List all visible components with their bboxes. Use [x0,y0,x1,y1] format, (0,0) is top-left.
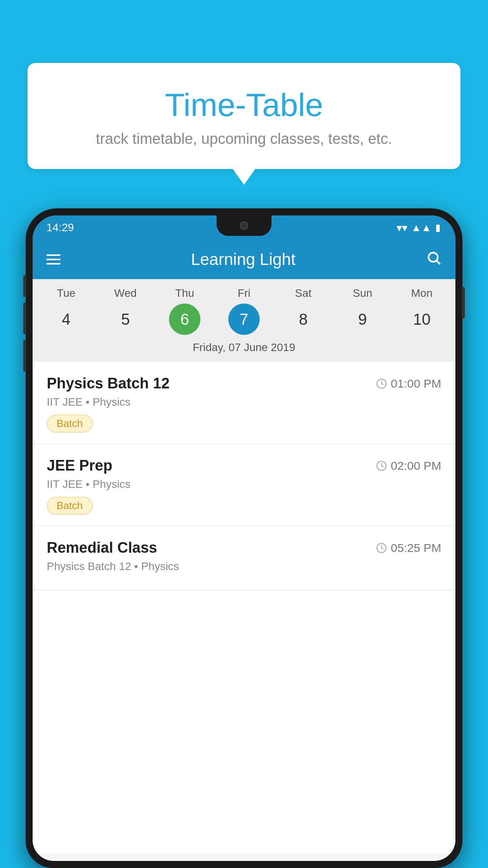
schedule-item-physics-batch-12[interactable]: Physics Batch 12 01:00 PM IIT JEE • Phys… [33,362,455,444]
schedule-time-2: 02:00 PM [376,459,441,473]
day-header-sat: Sat [288,287,319,300]
day-9[interactable]: 9 [347,303,378,335]
selected-date-label: Friday, 07 June 2019 [33,335,455,362]
day-4[interactable]: 4 [50,303,82,335]
wifi-icon: ▾▾ [396,221,407,234]
schedule-title-3: Remedial Class [47,539,157,556]
battery-icon: ▮ [435,222,440,233]
status-icons: ▾▾ ▲▲ ▮ [396,221,440,234]
volume-down-button [23,303,26,334]
hamburger-menu-icon[interactable] [46,254,61,265]
app-bar: Learning Light [33,240,455,279]
schedule-time-1: 01:00 PM [376,377,441,390]
schedule-meta-3: Physics Batch 12 • Physics [47,560,441,573]
schedule-time-3: 05:25 PM [376,541,441,555]
time-label-2: 02:00 PM [391,459,441,473]
hamburger-line-3 [46,263,61,265]
hamburger-line-1 [46,254,61,256]
schedule-meta-1: IIT JEE • Physics [47,396,441,408]
phone-notch [216,215,272,236]
day-header-fri: Fri [228,287,260,300]
schedule-item-remedial-class[interactable]: Remedial Class 05:25 PM Physics Batch 12… [33,526,455,590]
volume-up-button [23,275,26,297]
schedule-item-header-3: Remedial Class 05:25 PM [47,539,441,556]
day-5[interactable]: 5 [110,303,141,335]
day-10[interactable]: 10 [406,303,437,335]
silent-button [23,340,26,371]
day-8[interactable]: 8 [288,303,319,335]
search-icon[interactable] [426,250,442,269]
time-label-1: 01:00 PM [391,377,441,390]
app-title: Learning Light [72,250,414,269]
schedule-meta-2: IIT JEE • Physics [47,478,441,491]
bubble-title: Time-Table [47,86,441,123]
day-7-selected[interactable]: 7 [228,303,260,335]
time-label-3: 05:25 PM [391,541,441,555]
day-headers: Tue Wed Thu Fri Sat Sun Mon [33,287,455,300]
bubble-subtitle: track timetable, upcoming classes, tests… [47,131,441,147]
batch-badge-2: Batch [47,497,93,515]
clock-icon-2 [376,460,387,471]
signal-icon: ▲▲ [411,222,431,234]
clock-icon-1 [376,378,387,389]
schedule-item-header-1: Physics Batch 12 01:00 PM [47,375,441,392]
svg-line-1 [437,261,440,263]
calendar-strip: Tue Wed Thu Fri Sat Sun Mon 4 5 6 7 8 9 … [33,279,455,362]
batch-badge-1: Batch [47,415,93,432]
phone-screen: 14:29 ▾▾ ▲▲ ▮ Learning Light [33,215,455,861]
clock-icon-3 [376,542,387,554]
day-6-today[interactable]: 6 [169,303,200,335]
power-button [462,287,465,318]
speech-bubble-container: Time-Table track timetable, upcoming cla… [28,63,460,169]
schedule-list[interactable]: Physics Batch 12 01:00 PM IIT JEE • Phys… [33,362,455,854]
day-header-tue: Tue [50,287,82,300]
status-time: 14:29 [46,221,74,234]
hamburger-line-2 [46,259,61,260]
phone-frame: 14:29 ▾▾ ▲▲ ▮ Learning Light [26,208,462,868]
front-camera [240,221,248,230]
day-header-sun: Sun [347,287,378,300]
phone-container: 14:29 ▾▾ ▲▲ ▮ Learning Light [26,208,462,868]
speech-bubble: Time-Table track timetable, upcoming cla… [28,63,460,169]
day-numbers: 4 5 6 7 8 9 10 [33,300,455,335]
day-header-thu: Thu [169,287,200,300]
schedule-title-1: Physics Batch 12 [47,375,170,392]
schedule-item-header-2: JEE Prep 02:00 PM [47,457,441,474]
schedule-title-2: JEE Prep [47,457,112,474]
day-header-mon: Mon [406,287,437,300]
day-header-wed: Wed [110,287,141,300]
schedule-item-jee-prep[interactable]: JEE Prep 02:00 PM IIT JEE • Physics Batc… [33,444,455,526]
